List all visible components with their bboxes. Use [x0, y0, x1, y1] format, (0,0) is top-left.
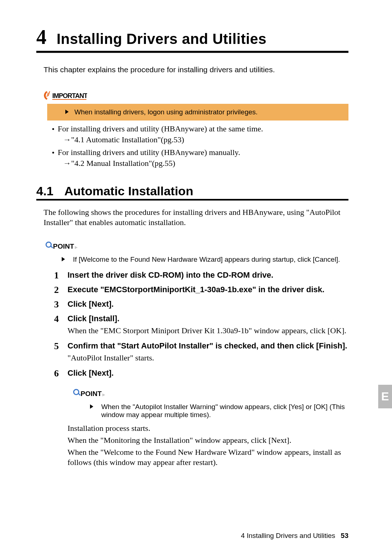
footer-label: 4 Installing Drivers and Utilities: [241, 532, 335, 539]
point-1-body: If [Welcome to the Found New Hardware Wi…: [47, 256, 348, 264]
svg-point-3: [46, 242, 51, 247]
step-number: 2: [50, 285, 59, 295]
install-notes: For installing drivers and utility (HBAn…: [47, 123, 348, 169]
section-number: 4.1: [36, 184, 53, 198]
step-text: Click [Next].: [68, 368, 348, 379]
section-heading: 4.1 Automatic Installation: [36, 184, 348, 198]
point-1-text: If [Welcome to the Found New Hardware Wi…: [73, 256, 340, 263]
section-rule: [36, 199, 348, 201]
important-label: IMPORTANT: [44, 91, 87, 100]
step-row: 5 Confirm that "Start AutoPilot Installe…: [50, 341, 348, 363]
note-2-line-1: For installing drivers and utility (HBAn…: [58, 148, 240, 157]
step-row: 2 Execute "EMCStorportMiniportKit_1-30a9…: [50, 285, 348, 295]
step-row: 4 Click [Install]. When the "EMC Storpor…: [50, 314, 348, 336]
footer-page-number: 53: [341, 532, 348, 539]
section-description: The following shows the procedures for i…: [44, 207, 348, 228]
note-1-ref: →"4.1 Automatic Installation"(pg.53): [63, 134, 348, 145]
triangle-bullet-icon: [65, 110, 69, 114]
step-number: 6: [50, 368, 59, 379]
step-number: 3: [50, 299, 59, 310]
chapter-number: 4: [36, 25, 46, 49]
side-tab: E: [378, 385, 392, 408]
bullet-icon: [52, 128, 54, 130]
step-text: Click [Install]. When the "EMC Storport …: [68, 314, 348, 336]
point-label-text: POINT: [53, 242, 74, 250]
page-footer: 4 Installing Drivers and Utilities 53: [241, 532, 348, 540]
steps-list: 1 Insert the driver disk CD-ROM) into th…: [50, 270, 348, 379]
note-1-line-1: For installing drivers and utility (HBAn…: [58, 124, 263, 133]
step-number: 5: [50, 341, 59, 352]
after-step-6-line-2: When the "Monitoring the Installation" w…: [68, 435, 348, 446]
step-5-sub: "AutoPilot Installer" starts.: [68, 353, 348, 363]
triangle-bullet-icon: [62, 257, 65, 261]
chapter-rule: [36, 51, 348, 53]
after-step-6-line-3: When the "Welcome to the Found New Hardw…: [68, 447, 348, 468]
chapter-heading: 4 Installing Drivers and Utilities: [36, 25, 348, 49]
point-2-text: When the "Autopilot Installer Warning" w…: [101, 403, 348, 419]
step-row: 6 Click [Next].: [50, 368, 348, 379]
after-step-6-line-1: Installation process starts.: [68, 423, 348, 434]
step-text: Insert the driver disk CD-ROM) into the …: [68, 270, 348, 281]
important-label-text: IMPORTANT: [52, 92, 87, 99]
point-label-text: POINT: [81, 390, 102, 397]
svg-rect-1: [46, 93, 49, 97]
point-label: POINT: [45, 241, 78, 250]
step-row: 1 Insert the driver disk CD-ROM) into th…: [50, 270, 348, 281]
svg-point-6: [74, 389, 79, 395]
page: 4 Installing Drivers and Utilities This …: [0, 0, 392, 555]
step-5-title: Confirm that "Start AutoPilot Installer"…: [68, 341, 347, 350]
note-2-ref: →"4.2 Manual Installation"(pg.55): [63, 158, 348, 169]
important-callout: When installing drivers, logon using adm…: [47, 104, 348, 121]
step-text: Confirm that "Start AutoPilot Installer"…: [68, 341, 348, 363]
step-4-sub: When the "EMC Storport Miniport Driver K…: [68, 326, 348, 336]
step-text: Execute "EMCStorportMiniportKit_1-30a9-1…: [68, 285, 348, 295]
step-text: Click [Next].: [68, 299, 348, 310]
chapter-description: This chapter explains the procedure for …: [44, 65, 348, 74]
triangle-bullet-icon: [90, 404, 93, 409]
bullet-icon: [52, 152, 54, 154]
step-number: 4: [50, 314, 59, 325]
point-label: POINT: [73, 388, 105, 398]
section-title: Automatic Installation: [64, 184, 193, 198]
svg-marker-8: [102, 393, 105, 396]
step-row: 3 Click [Next].: [50, 299, 348, 310]
step-number: 1: [50, 270, 59, 281]
important-text: When installing drivers, logon using adm…: [74, 108, 258, 116]
point-2-body: When the "Autopilot Installer Warning" w…: [75, 403, 348, 419]
svg-marker-5: [75, 246, 78, 249]
step-4-title: Click [Install].: [68, 314, 119, 323]
chapter-title: Installing Drivers and Utilities: [57, 31, 266, 47]
